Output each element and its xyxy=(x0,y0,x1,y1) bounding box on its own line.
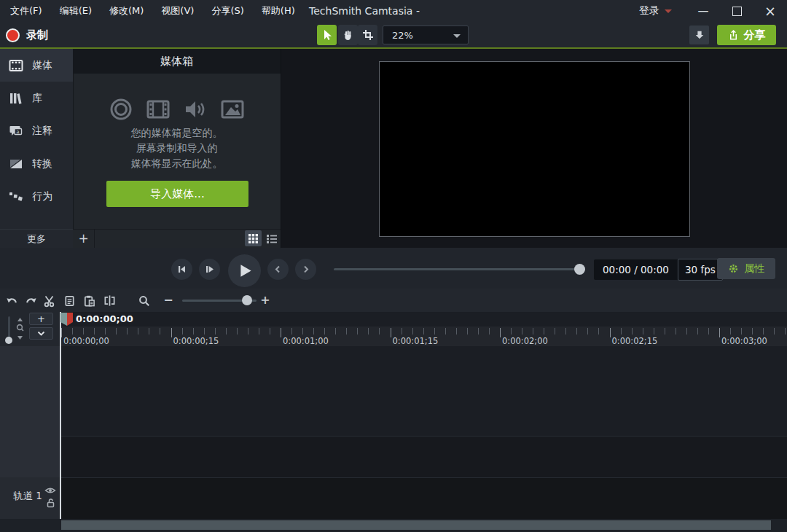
timeline-empty-lane[interactable] xyxy=(60,436,787,477)
ruler-tick xyxy=(391,328,391,337)
menu-item-5[interactable]: 帮助(H) xyxy=(262,4,295,17)
previous-clip-button[interactable] xyxy=(267,259,289,280)
playhead-time-label: 0:00:00;00 xyxy=(76,313,133,324)
ruler-tick xyxy=(511,328,512,335)
track-visibility-toggle[interactable] xyxy=(44,486,56,495)
ruler-tick xyxy=(565,328,566,335)
ruler-label: 0:00:03;00 xyxy=(721,336,767,346)
timeline-empty-lane[interactable] xyxy=(60,346,787,436)
cut-button[interactable] xyxy=(42,293,58,308)
pan-tool-button[interactable] xyxy=(338,25,358,45)
sidebar-item-library[interactable]: 库 xyxy=(0,82,73,114)
sidebar-item-media[interactable]: 媒体 xyxy=(0,49,73,82)
timeline-zoom-out-button[interactable]: − xyxy=(163,293,174,307)
sidebar-item-behaviors[interactable]: 行为 xyxy=(0,180,73,213)
grid-view-button[interactable] xyxy=(245,230,262,246)
track-lock-toggle[interactable] xyxy=(46,498,55,508)
audio-speaker-icon xyxy=(183,97,208,122)
ruler-tick xyxy=(116,328,117,335)
maximize-icon xyxy=(732,7,742,16)
sidebar-item-annotations[interactable]: a注释 xyxy=(0,114,73,147)
track-height-slider-thumb[interactable] xyxy=(5,337,12,344)
undo-button[interactable] xyxy=(4,293,20,308)
ruler-tick xyxy=(676,328,676,335)
ruler-label: 0:00:00;15 xyxy=(173,336,219,346)
ruler-tick xyxy=(533,328,533,335)
track-gutter xyxy=(0,346,60,477)
chevron-down-icon xyxy=(37,331,45,336)
empty-text-line: 您的媒体箱是空的。 xyxy=(73,125,281,141)
ruler-tick xyxy=(632,328,633,335)
menu-item-3[interactable]: 视图(V) xyxy=(161,4,194,17)
tools-sidebar: 媒体库a注释转换行为 xyxy=(0,49,73,229)
sidebar-item-transitions[interactable]: 转换 xyxy=(0,147,73,180)
playhead-strip[interactable] xyxy=(60,312,787,326)
timeline-zoom-in-button[interactable]: + xyxy=(259,293,271,307)
redo-button[interactable] xyxy=(23,293,39,308)
menu-item-2[interactable]: 修改(M) xyxy=(109,4,144,17)
track1-name[interactable]: 轨道 1 xyxy=(13,490,42,503)
ruler-tick xyxy=(587,328,588,335)
list-view-button[interactable] xyxy=(263,230,280,246)
timeline-zoom-slider-thumb[interactable] xyxy=(242,295,252,305)
ruler-tick xyxy=(478,328,479,335)
canvas-zoom-dropdown[interactable]: 22% xyxy=(383,26,469,44)
add-media-button[interactable]: + xyxy=(73,229,95,248)
ruler-label: 0:00:00;00 xyxy=(63,336,109,346)
scrubber-thumb[interactable] xyxy=(574,264,585,275)
paste-icon xyxy=(83,294,95,308)
ruler-tick xyxy=(346,328,347,335)
ruler-tick xyxy=(730,328,731,335)
timeline-scrollbar-thumb[interactable] xyxy=(61,520,771,530)
camtasia-window: 文件(F)编辑(E)修改(M)视图(V)分享(S)帮助(H) TechSmith… xyxy=(0,0,787,532)
menu-item-0[interactable]: 文件(F) xyxy=(10,4,42,17)
sidebar-more-button[interactable]: 更多 xyxy=(0,229,73,248)
time-display-group: 00:00 / 00:00 30 fps xyxy=(594,259,723,280)
sidebar-item-label: 注释 xyxy=(32,125,52,138)
ruler-tick xyxy=(215,328,216,335)
add-track-button[interactable]: + xyxy=(29,313,53,325)
chevron-down-icon xyxy=(453,34,461,38)
record-button[interactable]: 录制 xyxy=(6,25,48,45)
preview-stage[interactable] xyxy=(379,61,690,237)
select-tool-button[interactable] xyxy=(317,25,337,45)
ruler-tick xyxy=(576,328,577,335)
step-forward-button[interactable] xyxy=(199,259,220,280)
properties-button[interactable]: 属性 xyxy=(717,258,775,279)
minimize-button[interactable]: — xyxy=(686,0,720,22)
login-button[interactable]: 登录 xyxy=(639,0,672,22)
menu-item-4[interactable]: 分享(S) xyxy=(211,4,243,17)
scrubber-track[interactable] xyxy=(334,268,584,270)
sidebar-item-label: 媒体 xyxy=(32,59,52,72)
close-button[interactable]: × xyxy=(753,0,787,22)
timeline-zoom-button[interactable] xyxy=(136,293,152,308)
list-view-icon xyxy=(267,234,277,243)
ruler-tick xyxy=(555,328,555,335)
ruler-tick xyxy=(149,328,149,335)
ruler-tick xyxy=(248,328,248,335)
ruler-label: 0:00:01;15 xyxy=(393,336,439,346)
split-button[interactable] xyxy=(101,293,117,308)
paste-button[interactable] xyxy=(81,293,97,308)
ruler-tick xyxy=(302,328,303,335)
maximize-button[interactable] xyxy=(720,0,753,22)
next-clip-button[interactable] xyxy=(295,259,316,280)
chevron-right-icon xyxy=(302,265,310,273)
timeline-ruler[interactable]: 0:00:00;000:00:00;150:00:01;000:00:01;15… xyxy=(60,326,787,346)
lock-icon xyxy=(46,498,55,508)
crop-tool-button[interactable] xyxy=(358,25,377,45)
copy-button[interactable] xyxy=(61,293,77,308)
fps-display[interactable]: 30 fps xyxy=(678,259,723,281)
export-download-button[interactable] xyxy=(689,26,709,44)
track-options-button[interactable] xyxy=(29,327,53,340)
playhead-line[interactable] xyxy=(60,312,61,519)
track1-lane[interactable] xyxy=(60,477,787,519)
ruler-tick xyxy=(324,328,325,335)
ruler-tick xyxy=(544,328,544,335)
ruler-tick xyxy=(138,328,138,335)
play-button[interactable] xyxy=(228,254,261,287)
import-media-button[interactable]: 导入媒体... xyxy=(106,181,248,207)
share-button[interactable]: 分享 xyxy=(717,25,776,45)
jump-to-start-button[interactable] xyxy=(171,259,192,280)
menu-item-1[interactable]: 编辑(E) xyxy=(60,4,92,17)
